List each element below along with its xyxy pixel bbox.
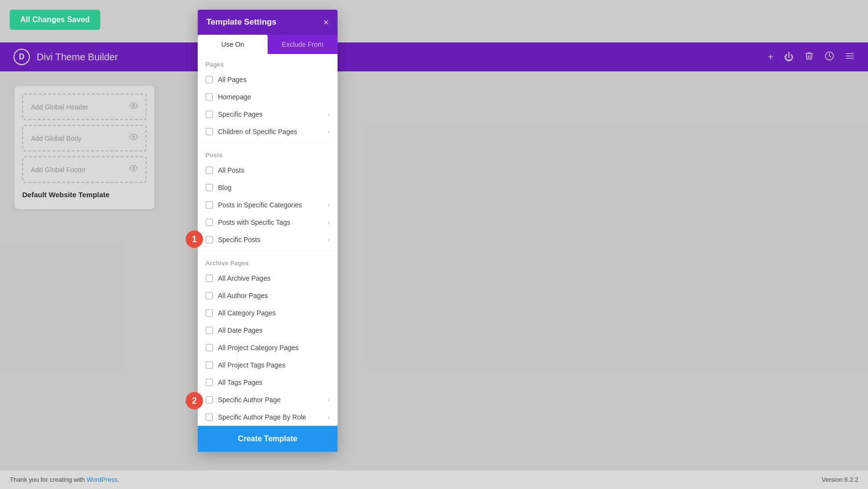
list-item-all-date[interactable]: All Date Pages (198, 322, 338, 339)
modal-overlay (0, 0, 868, 489)
section-label-archive: Archive Pages (198, 253, 338, 270)
checkbox-blog[interactable] (205, 184, 213, 191)
list-item-all-category[interactable]: All Category Pages (198, 304, 338, 322)
list-item-all-author[interactable]: All Author Pages (198, 287, 338, 304)
chevron-right-icon-5: › (327, 236, 330, 244)
section-label-posts: Posts (198, 145, 338, 162)
checkbox-homepage[interactable] (205, 93, 213, 101)
modal-footer: Create Template (198, 426, 338, 452)
checkbox-all-posts[interactable] (205, 166, 213, 174)
modal-header: Template Settings × (198, 10, 338, 35)
modal-tabs: Use On Exclude From (198, 35, 338, 54)
list-item-all-project-tags[interactable]: All Project Tags Pages (198, 356, 338, 374)
chevron-right-icon-2: › (327, 128, 330, 136)
divider-1 (198, 142, 338, 143)
checkbox-posts-categories[interactable] (205, 201, 213, 209)
checkbox-all-author[interactable] (205, 292, 213, 299)
checkbox-all-tags[interactable] (205, 379, 213, 386)
list-item-specific-author-role[interactable]: Specific Author Page By Role › (198, 408, 338, 426)
tab-use-on[interactable]: Use On (198, 35, 268, 54)
list-item-all-tags[interactable]: All Tags Pages (198, 374, 338, 391)
modal-body: Pages All Pages Homepage Specific Pages … (198, 54, 338, 426)
list-item-specific-pages[interactable]: Specific Pages › (198, 106, 338, 123)
checkbox-all-date[interactable] (205, 326, 213, 334)
step-badge-1: 1 (186, 231, 203, 248)
list-item-posts-categories[interactable]: Posts in Specific Categories › (198, 196, 338, 214)
step-badge-2: 2 (186, 392, 203, 409)
chevron-right-icon: › (327, 110, 330, 118)
checkbox-all-archive[interactable] (205, 274, 213, 282)
section-label-pages: Pages (198, 54, 338, 71)
checkbox-children-specific[interactable] (205, 128, 213, 136)
tab-exclude-from[interactable]: Exclude From (268, 35, 338, 54)
checkbox-specific-author-role[interactable] (205, 413, 213, 421)
template-settings-modal: Template Settings × Use On Exclude From … (198, 10, 338, 452)
checkbox-specific-posts[interactable] (205, 236, 213, 244)
list-item-all-archive[interactable]: All Archive Pages (198, 270, 338, 287)
checkbox-posts-tags[interactable] (205, 218, 213, 226)
checkbox-all-category[interactable] (205, 309, 213, 317)
chevron-right-icon-7: › (327, 413, 330, 421)
create-template-button[interactable]: Create Template (198, 426, 338, 452)
divider-2 (198, 250, 338, 251)
list-item-blog[interactable]: Blog (198, 179, 338, 196)
list-item-all-project-category[interactable]: All Project Category Pages (198, 339, 338, 356)
list-item-all-pages[interactable]: All Pages (198, 71, 338, 88)
saved-badge: All Changes Saved (10, 10, 100, 30)
list-item-homepage[interactable]: Homepage (198, 88, 338, 106)
list-item-specific-author[interactable]: Specific Author Page › (198, 391, 338, 408)
checkbox-specific-author[interactable] (205, 396, 213, 404)
modal-close-button[interactable]: × (323, 17, 329, 27)
modal-title: Template Settings (206, 17, 276, 27)
list-item-children-specific[interactable]: Children of Specific Pages › (198, 123, 338, 140)
checkbox-all-project-category[interactable] (205, 344, 213, 352)
chevron-right-icon-3: › (327, 201, 330, 209)
top-bar: All Changes Saved (10, 10, 100, 30)
list-item-all-posts[interactable]: All Posts (198, 162, 338, 179)
list-item-posts-tags[interactable]: Posts with Specific Tags › (198, 214, 338, 231)
chevron-right-icon-4: › (327, 218, 330, 226)
checkbox-all-pages[interactable] (205, 76, 213, 83)
chevron-right-icon-6: › (327, 396, 330, 404)
checkbox-all-project-tags[interactable] (205, 361, 213, 369)
checkbox-specific-pages[interactable] (205, 110, 213, 118)
list-item-specific-posts[interactable]: Specific Posts › (198, 231, 338, 248)
